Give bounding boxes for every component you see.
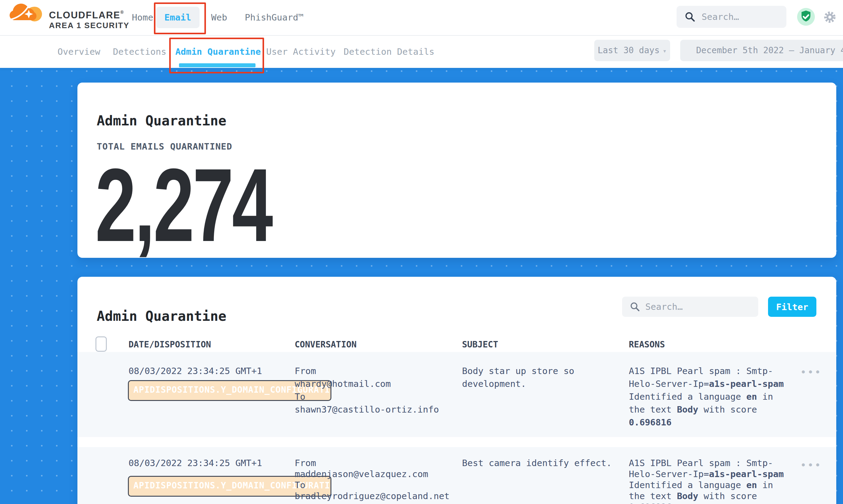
settings-gear-icon[interactable] xyxy=(823,10,837,24)
cell-date: 08/03/2022 23:34:25 GMT+1 xyxy=(128,457,262,469)
brand-subtitle: AREA 1 SECURITY xyxy=(49,21,129,30)
table-search-placeholder: Search… xyxy=(645,296,683,317)
row-more-actions-icon[interactable]: ••• xyxy=(800,367,822,377)
cell-reasons: A1S IPBL Pearl spam : Smtp-Helo-Server-I… xyxy=(629,457,784,504)
filter-button[interactable]: Filter xyxy=(768,296,816,317)
page: CLOUDFLARE® AREA 1 SECURITY HomeEmailWeb… xyxy=(0,0,843,504)
row-more-actions-icon[interactable]: ••• xyxy=(800,461,822,470)
registered-mark: ® xyxy=(121,10,124,15)
time-range-dropdown[interactable]: Last 30 days▾ xyxy=(594,40,670,61)
cell-conversation: Fromwhardy@hotmail.comToshawn37@castillo… xyxy=(295,364,439,416)
tab-detections[interactable]: Detections xyxy=(113,45,166,58)
cloudflare-area1-logo: CLOUDFLARE® AREA 1 SECURITY xyxy=(9,2,138,34)
active-tab-underline xyxy=(179,63,256,67)
nav-item-email[interactable]: Email xyxy=(156,7,199,28)
column-header-date-disposition: DATE/DISPOSITION xyxy=(128,340,211,349)
nav-item-web[interactable]: Web xyxy=(211,7,227,28)
tab-overview[interactable]: Overview xyxy=(57,45,100,58)
search-icon xyxy=(684,11,696,23)
column-header-reasons: REASONS xyxy=(629,340,665,349)
top-navigation-bar: CLOUDFLARE® AREA 1 SECURITY HomeEmailWeb… xyxy=(0,0,843,36)
chevron-down-icon: ▾ xyxy=(663,47,667,55)
tab-user-activity[interactable]: User Activity xyxy=(266,45,336,58)
cell-conversation: Frommaddenjason@velazquez.comTobradleyro… xyxy=(295,457,450,502)
table-search-input[interactable]: Search… xyxy=(622,296,758,317)
table-card-title: Admin Quarantine xyxy=(97,308,226,324)
brand-title: CLOUDFLARE® xyxy=(49,10,124,21)
total-quarantined-value: 2,274 xyxy=(95,153,271,257)
email-section-tabs-bar: OverviewDetectionsAdmin QuarantineUser A… xyxy=(0,35,843,68)
column-header-conversation: CONVERSATION xyxy=(295,340,356,349)
nav-item-phishguard[interactable]: PhishGuard™ xyxy=(245,7,303,28)
select-all-checkbox[interactable] xyxy=(95,337,107,352)
nav-item-home[interactable]: Home xyxy=(132,7,153,28)
cloudflare-cloud-icon xyxy=(9,2,42,21)
quarantine-summary-card: Admin Quarantine TOTAL EMAILS QUARANTINE… xyxy=(77,83,836,258)
search-placeholder: Search… xyxy=(702,6,739,28)
search-icon xyxy=(629,301,640,312)
column-header-subject: SUBJECT xyxy=(462,340,498,349)
summary-card-title: Admin Quarantine xyxy=(97,113,226,128)
tab-detection-details[interactable]: Detection Details xyxy=(344,45,435,58)
cell-date: 08/03/2022 23:34:25 GMT+1 xyxy=(128,364,262,377)
cell-subject: Body star up store sodevelopment. xyxy=(462,364,574,390)
cell-reasons: A1S IPBL Pearl spam : Smtp-Helo-Server-I… xyxy=(629,364,784,429)
protection-shield-icon[interactable] xyxy=(797,8,815,26)
cell-subject: Best camera identify effect. xyxy=(462,457,612,469)
date-range-field[interactable]: December 5th 2022 — January 4th 2023 xyxy=(680,40,843,61)
global-search-input[interactable]: Search… xyxy=(677,6,786,28)
admin-quarantine-table-card: Admin Quarantine Search… Filter DATE/DIS… xyxy=(77,277,836,504)
tab-admin-quarantine[interactable]: Admin Quarantine xyxy=(175,45,261,58)
